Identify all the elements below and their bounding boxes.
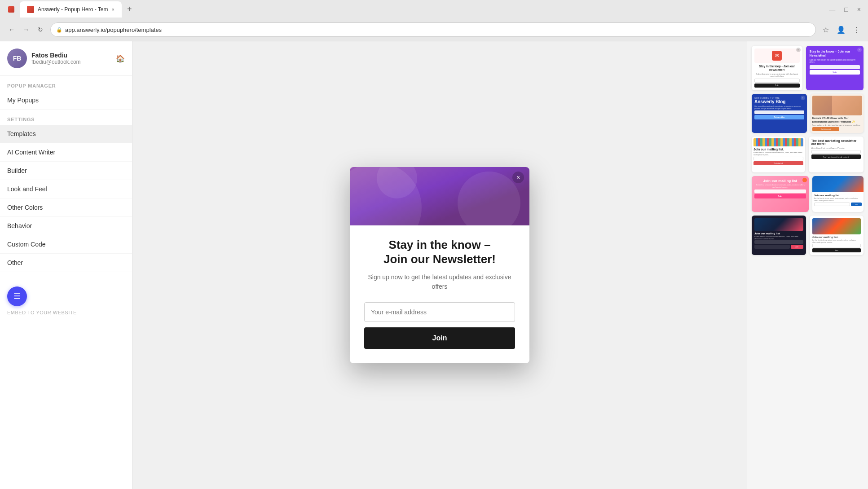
sidebar: FB Fatos Bediu fbediu@outlook.com 🏠 POPU…	[0, 41, 132, 489]
tc9-title: Join our mailing list	[754, 232, 803, 235]
tc2-text: Sign up now to get the latest updates an…	[810, 59, 860, 63]
popup-title-line1: Stay in the know –	[389, 238, 491, 251]
browser-active-tab[interactable]: Answerly - Popup Hero - Tem ×	[20, 1, 122, 18]
template-card-2[interactable]: × Stay in the know – Join our Newsletter…	[806, 46, 864, 90]
template-card-6[interactable]: The best marketing newsletter out there!…	[809, 137, 864, 172]
menu-button[interactable]: ⋮	[850, 23, 863, 36]
browser-chrome: Answerly - Popup Hero - Tem × + — □ × ← …	[0, 0, 868, 41]
app-container: FB Fatos Bediu fbediu@outlook.com 🏠 POPU…	[0, 41, 868, 489]
tab-favicon	[27, 6, 34, 13]
sidebar-item-my-popups[interactable]: My Popups	[0, 91, 132, 110]
close-window-button[interactable]: ×	[855, 4, 864, 15]
avatar: FB	[7, 48, 27, 68]
address-bar[interactable]: 🔒 app.answerly.io/popuphero/templates	[50, 22, 816, 37]
tc5-text: Be the first to know about new arrivals,…	[753, 151, 803, 156]
browser-tab-bar: Answerly - Popup Hero - Tem × + — □ ×	[0, 0, 868, 19]
tc10-text: Be the first to know about new arrivals,…	[812, 239, 861, 243]
menu-fab-button[interactable]: ☰	[7, 286, 27, 306]
user-profile: FB Fatos Bediu fbediu@outlook.com 🏠	[0, 41, 132, 76]
template-card-1[interactable]: × ✉ Stay in the loop - Join our newslett…	[752, 46, 802, 90]
tc8-text: Be the first to know about new arrivals,…	[814, 197, 862, 202]
browser-tab-favicon	[4, 4, 18, 14]
lock-icon: 🔒	[56, 27, 62, 33]
popup-join-button[interactable]: Join	[364, 327, 515, 349]
popup-modal: × Stay in the know – Join our Newsletter…	[350, 167, 529, 363]
template-card-4[interactable]: × Unlock YOUR Glow with Our Discounted S…	[811, 94, 864, 133]
template-row-2: × SUBSCRIBE TO THE Answerly Blog Get a w…	[752, 94, 864, 133]
template-row-4: Join our mailing list Be the first to kn…	[752, 176, 864, 212]
tc1-text: Subscribe now to stay up to date with th…	[754, 73, 800, 78]
tab-title: Answerly - Popup Hero - Tem	[38, 6, 108, 13]
sidebar-item-behavior[interactable]: Behavior	[0, 217, 132, 235]
tc5-title: Join our mailing list.	[753, 148, 803, 151]
template-row-5: Join our mailing list Be the first to kn…	[752, 216, 864, 255]
template-card-9[interactable]: Join our mailing list Be the first to kn…	[752, 216, 806, 255]
tc7-text: Be the first to know about new arrivals,…	[754, 184, 806, 188]
profile-button[interactable]: 👤	[835, 23, 847, 36]
template-card-3[interactable]: × SUBSCRIBE TO THE Answerly Blog Get a w…	[752, 94, 807, 133]
tc3-title: Answerly Blog	[754, 99, 804, 104]
tc9-text: Be the first to know about new arrivals,…	[754, 235, 803, 240]
tc3-text: Get a weekly roundup of our articles on …	[754, 105, 804, 110]
popup-body: Stay in the know – Join our Newsletter! …	[350, 225, 529, 363]
url-text: app.answerly.io/popuphero/templates	[65, 26, 162, 33]
tc7-title: Join our mailing list	[754, 179, 806, 183]
popup-overlay: × Stay in the know – Join our Newsletter…	[132, 41, 747, 489]
tab-close-button[interactable]: ×	[112, 7, 115, 12]
bookmark-button[interactable]: ☆	[820, 23, 832, 36]
right-panel: × ✉ Stay in the loop - Join our newslett…	[747, 41, 868, 489]
main-content: × Stay in the know – Join our Newsletter…	[132, 41, 747, 489]
popup-manager-label: POPUP MANAGER	[0, 76, 132, 91]
template-row-1: × ✉ Stay in the loop - Join our newslett…	[752, 46, 864, 90]
minimize-button[interactable]: —	[826, 4, 838, 15]
user-info: Fatos Bediu fbediu@outlook.com	[31, 52, 111, 65]
template-card-5[interactable]: Join our mailing list. Be the first to k…	[752, 137, 805, 172]
browser-toolbar: ← → ↻ 🔒 app.answerly.io/popuphero/templa…	[0, 19, 868, 41]
sidebar-item-templates[interactable]: Templates	[0, 125, 132, 143]
nav-buttons: ← → ↻	[5, 23, 47, 36]
sidebar-item-other[interactable]: Other	[0, 254, 132, 272]
tc1-title: Stay in the loop - Join our newsletter!	[754, 65, 800, 72]
embed-to-website-label: EMBED TO YOUR WEBSITE	[7, 310, 125, 315]
home-icon[interactable]: 🏠	[116, 54, 125, 63]
sidebar-item-custom-code[interactable]: Custom Code	[0, 235, 132, 254]
sidebar-item-builder[interactable]: Builder	[0, 162, 132, 180]
popup-title-line2: Join our Newsletter!	[383, 252, 496, 266]
template-card-10[interactable]: Join our mailing list. Be the first to k…	[810, 216, 864, 255]
template-card-7[interactable]: Join our mailing list Be the first to kn…	[752, 176, 809, 212]
template-row-3: Join our mailing list. Be the first to k…	[752, 137, 864, 172]
avatar-initials: FB	[13, 55, 22, 62]
toolbar-actions: ☆ 👤 ⋮	[820, 23, 863, 36]
popup-close-button[interactable]: ×	[512, 172, 524, 183]
new-tab-button[interactable]: +	[123, 3, 136, 16]
back-button[interactable]: ←	[5, 23, 18, 36]
user-email: fbediu@outlook.com	[31, 59, 111, 65]
popup-subtitle: Sign up now to get the latest updates an…	[364, 273, 515, 291]
tc6-title: The best marketing newsletter out there!	[811, 139, 861, 145]
tc4-text: From leather or dry skin touching care t…	[812, 124, 862, 126]
template-card-8[interactable]: Join our mailing list. Be the first to k…	[812, 176, 864, 212]
tc8-title: Join our mailing list.	[814, 194, 862, 197]
user-name: Fatos Bediu	[31, 52, 111, 59]
forward-button[interactable]: →	[20, 23, 32, 36]
popup-title: Stay in the know – Join our Newsletter!	[364, 238, 515, 266]
popup-email-input[interactable]	[364, 302, 515, 322]
settings-label: SETTINGS	[0, 110, 132, 125]
sidebar-item-ai-content-writer[interactable]: AI Content Writer	[0, 143, 132, 162]
sidebar-item-look-and-feel[interactable]: Look and Feel	[0, 180, 132, 198]
maximize-button[interactable]: □	[842, 4, 850, 15]
tc6-text: We're biased, but you will agree. Promis…	[811, 147, 861, 149]
tc4-title: Unlock YOUR Glow with Our Discounted Ski…	[812, 117, 862, 124]
sidebar-item-other-colors[interactable]: Other Colors	[0, 198, 132, 217]
popup-header: ×	[350, 167, 529, 225]
tc2-title: Stay in the know – Join our Newsletter!	[810, 49, 860, 57]
tc10-title: Join our mailing list.	[812, 236, 861, 238]
reload-button[interactable]: ↻	[34, 23, 47, 36]
